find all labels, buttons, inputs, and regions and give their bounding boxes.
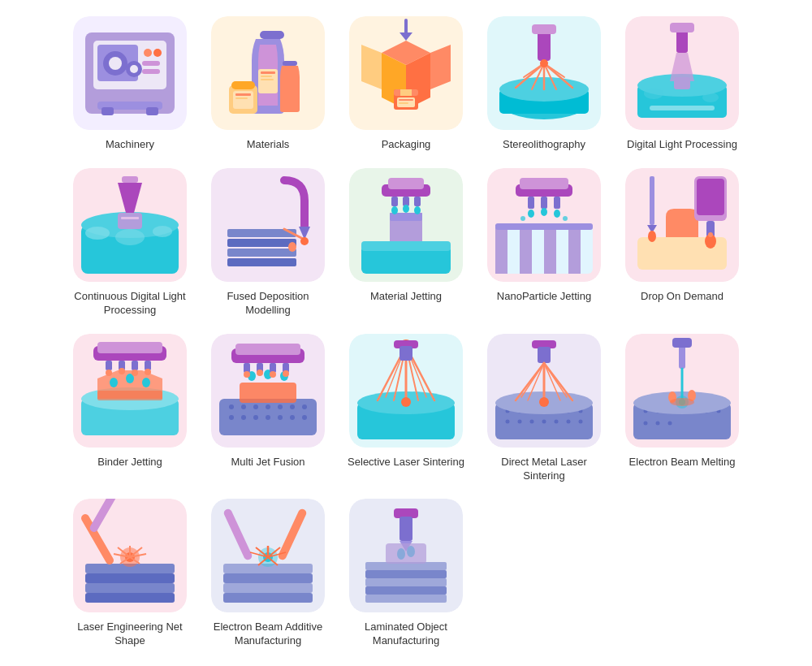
label-multi-jet-fusion: Multi Jet Fusion [231,456,304,469]
svg-rect-267 [365,570,447,578]
svg-rect-251 [223,573,313,583]
svg-rect-93 [414,197,421,206]
item-electron-beam-melting[interactable]: Electron Beam Melting [617,334,747,483]
label-material-jetting: Material Jetting [370,290,442,304]
svg-rect-157 [240,383,296,403]
svg-rect-64 [650,106,715,110]
svg-point-184 [401,397,411,407]
item-stereolithography[interactable]: Stereolithography [479,16,609,152]
svg-point-130 [142,378,150,387]
label-packaging: Packaging [382,138,431,152]
svg-point-223 [668,421,672,425]
svg-point-194 [506,419,510,423]
svg-point-110 [541,208,547,216]
icon-machinery [73,16,187,130]
svg-rect-16 [260,31,284,39]
item-drop-on-demand[interactable]: Drop On Demand [617,168,747,318]
item-continuous-dlp[interactable]: Continuous Digital Light Processing [65,168,195,318]
label-direct-metal-laser-sintering: Direct Metal Laser Sintering [479,456,609,483]
icon-laser-engineering-net-shape [73,499,187,612]
item-machinery[interactable]: Machinery [65,16,195,152]
svg-point-146 [266,404,270,409]
svg-rect-18 [261,71,275,74]
label-stereolithography: Stereolithography [503,138,585,152]
svg-point-167 [244,371,250,378]
svg-rect-19 [261,76,272,77]
svg-point-63 [702,93,719,102]
icon-continuous-dlp [73,168,187,282]
item-laser-engineering-net-shape[interactable]: Laser Engineering Net Shape [65,499,195,648]
label-binder-jetting: Binder Jetting [97,456,162,469]
svg-rect-102 [568,225,581,274]
item-material-jetting[interactable]: Material Jetting [341,168,471,318]
svg-rect-46 [532,24,556,34]
svg-point-155 [290,415,295,420]
svg-rect-121 [650,176,654,225]
svg-rect-135 [132,361,138,370]
svg-point-5 [109,57,122,70]
svg-point-113 [563,216,568,221]
svg-rect-276 [386,543,426,564]
svg-rect-237 [85,593,175,603]
svg-rect-235 [85,573,175,583]
svg-point-195 [518,419,522,423]
svg-rect-86 [361,241,451,251]
svg-point-168 [257,370,263,376]
svg-rect-203 [538,347,551,363]
svg-point-197 [542,419,546,423]
icon-packaging [349,16,463,130]
svg-point-128 [110,378,118,387]
item-electron-beam-additive[interactable]: Electron Beam Additive Manufacturing [203,499,333,648]
icon-selective-laser-sintering [349,334,463,448]
icon-stereolithography [487,16,601,130]
svg-rect-40 [399,102,408,104]
svg-rect-226 [672,338,692,348]
icon-nanoparticle-jetting [487,168,601,282]
svg-point-70 [153,226,172,237]
item-nanoparticle-jetting[interactable]: NanoParticle Jetting [479,168,609,318]
item-selective-laser-sintering[interactable]: Selective Laser Sintering [341,334,471,483]
svg-rect-14 [146,107,158,115]
svg-point-147 [278,404,283,409]
svg-point-140 [145,369,151,375]
svg-rect-253 [223,593,313,603]
svg-point-120 [708,232,713,237]
icon-multi-jet-fusion [211,334,325,448]
label-electron-beam-melting: Electron Beam Melting [629,456,736,469]
icon-digital-light-processing [625,16,739,130]
icons-grid: Machinery [65,16,747,648]
svg-point-149 [302,404,307,409]
svg-point-222 [656,421,660,425]
item-laminated-object[interactable]: Laminated Object Manufacturing [341,499,471,648]
icon-laminated-object [349,499,463,612]
item-multi-jet-fusion[interactable]: Multi Jet Fusion [203,334,333,483]
item-digital-light-processing[interactable]: Digital Light Processing [617,16,747,152]
svg-point-7 [130,65,138,73]
svg-point-137 [106,370,112,376]
item-binder-jetting[interactable]: Binder Jetting [65,334,195,483]
svg-point-112 [520,216,525,221]
svg-point-139 [132,370,138,376]
item-materials[interactable]: Materials [203,16,333,152]
item-direct-metal-laser-sintering[interactable]: Direct Metal Laser Sintering [479,334,609,483]
svg-point-145 [253,404,258,409]
icon-direct-metal-laser-sintering [487,334,601,448]
icon-drop-on-demand [625,168,739,282]
svg-rect-74 [121,217,139,219]
svg-point-170 [283,370,289,377]
icon-electron-beam-additive [211,499,325,612]
item-fused-deposition[interactable]: Fused Deposition Modelling [203,168,333,318]
svg-rect-252 [223,583,313,593]
svg-rect-270 [365,595,447,603]
label-electron-beam-additive: Electron Beam Additive Manufacturing [203,621,333,648]
svg-point-9 [153,49,162,57]
svg-rect-26 [235,97,248,99]
item-packaging[interactable]: Packaging [341,16,471,152]
svg-rect-117 [697,179,724,215]
svg-rect-183 [400,346,412,361]
svg-point-169 [270,371,276,378]
svg-rect-79 [227,258,296,266]
svg-point-152 [253,415,258,420]
svg-rect-272 [400,517,412,541]
svg-point-198 [555,419,559,423]
